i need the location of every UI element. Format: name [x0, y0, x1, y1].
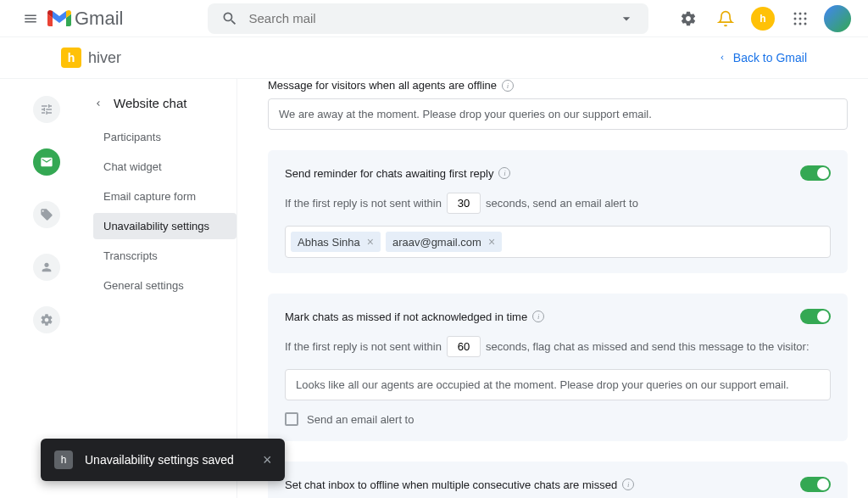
chip-remove[interactable]: × — [367, 235, 374, 249]
rail-item-tune[interactable] — [33, 96, 60, 123]
sidebar-item-transcripts[interactable]: Transcripts — [93, 243, 236, 269]
avatar — [824, 5, 851, 32]
apps-grid-icon — [793, 11, 808, 26]
sidebar-title: Website chat — [114, 96, 186, 110]
notifications-button[interactable] — [709, 2, 743, 36]
missed-email-alert-label: Send an email alert to — [307, 413, 414, 426]
svg-point-2 — [804, 12, 807, 14]
offline-auto-title: Set chat inbox to offline when multiple … — [285, 478, 617, 491]
sidebar-item-chat-widget[interactable]: Chat widget — [93, 154, 236, 180]
search-options-icon[interactable] — [618, 10, 635, 27]
info-icon[interactable]: i — [532, 311, 544, 322]
offline-auto-card: Set chat inbox to offline when multiple … — [268, 462, 848, 498]
bell-icon — [717, 10, 734, 27]
mail-icon — [40, 155, 53, 169]
gear-icon — [40, 313, 53, 327]
reminder-card: Send reminder for chats awaiting first r… — [268, 150, 848, 273]
info-icon[interactable]: i — [498, 167, 510, 179]
toast: h Unavailability settings saved × — [41, 439, 285, 481]
svg-point-8 — [804, 22, 807, 25]
hiver-header-badge[interactable]: h — [746, 2, 780, 36]
content: Message for visitors when all agents are… — [237, 79, 868, 498]
gear-icon — [680, 10, 697, 27]
info-icon[interactable]: i — [622, 478, 634, 490]
rail-item-settings[interactable] — [33, 306, 60, 333]
apps-button[interactable] — [783, 2, 817, 36]
reminder-title: Send reminder for chats awaiting first r… — [285, 167, 493, 180]
missed-card: Mark chats as missed if not acknowledged… — [268, 294, 848, 441]
sliders-icon — [40, 103, 53, 116]
gmail-m-icon — [47, 9, 71, 28]
offline-auto-toggle[interactable] — [800, 477, 831, 492]
sidebar-item-email-capture[interactable]: Email capture form — [93, 183, 236, 210]
sidebar: Website chat Participants Chat widget Em… — [93, 79, 237, 498]
toast-close-button[interactable]: × — [263, 451, 272, 469]
hiver-logo[interactable]: h hiver — [61, 48, 121, 68]
info-icon[interactable]: i — [502, 80, 514, 92]
recipient-chip: Abhas Sinha × — [291, 232, 381, 252]
hiver-badge-icon: h — [751, 7, 775, 31]
chevron-left-icon — [718, 53, 726, 62]
chip-remove[interactable]: × — [488, 235, 495, 249]
recipient-chip: araav@gmail.com × — [386, 232, 502, 252]
missed-seconds-input[interactable] — [447, 336, 481, 357]
missed-email-alert-checkbox[interactable] — [285, 412, 298, 426]
hiver-toast-icon: h — [54, 450, 73, 469]
reminder-seconds-input[interactable] — [447, 193, 481, 214]
account-button[interactable] — [821, 2, 854, 36]
icon-rail — [0, 79, 93, 498]
search-icon — [221, 10, 238, 27]
back-to-gmail-link[interactable]: Back to Gmail — [718, 51, 807, 64]
hamburger-icon — [23, 11, 38, 26]
main-menu-button[interactable] — [14, 2, 47, 36]
svg-point-0 — [794, 12, 797, 14]
sidebar-item-unavailability[interactable]: Unavailability settings — [93, 213, 236, 239]
sidebar-item-general[interactable]: General settings — [93, 272, 236, 299]
svg-point-6 — [794, 22, 797, 25]
offline-message-input[interactable] — [268, 98, 848, 130]
svg-point-5 — [804, 17, 807, 20]
gmail-header: Gmail h — [0, 0, 868, 37]
rail-item-user[interactable] — [33, 254, 60, 281]
svg-point-1 — [799, 12, 802, 14]
missed-message-input[interactable] — [285, 369, 831, 400]
missed-title: Mark chats as missed if not acknowledged… — [285, 311, 527, 323]
reminder-recipients[interactable]: Abhas Sinha × araav@gmail.com × — [285, 226, 831, 258]
search-input[interactable] — [248, 11, 618, 25]
sidebar-item-participants[interactable]: Participants — [93, 124, 236, 150]
gmail-text: Gmail — [75, 8, 123, 30]
hiver-logo-icon: h — [61, 48, 81, 68]
rail-item-tag[interactable] — [33, 201, 60, 228]
toast-message: Unavailability settings saved — [85, 453, 234, 467]
gmail-logo[interactable]: Gmail — [47, 8, 123, 30]
missed-toggle[interactable] — [800, 309, 831, 324]
svg-point-4 — [799, 17, 802, 20]
tag-icon — [40, 208, 53, 221]
back-link-label: Back to Gmail — [733, 51, 807, 64]
hiver-bar: h hiver Back to Gmail — [0, 37, 868, 79]
rail-item-inbox[interactable] — [33, 148, 60, 176]
person-icon — [40, 260, 53, 274]
reminder-toggle[interactable] — [800, 165, 831, 181]
offline-message-label: Message for visitors when all agents are… — [268, 79, 848, 92]
search-bar[interactable] — [208, 3, 648, 34]
hiver-logo-text: hiver — [88, 49, 121, 67]
settings-button[interactable] — [671, 2, 705, 36]
svg-point-7 — [799, 22, 802, 25]
svg-point-3 — [794, 17, 797, 20]
chevron-left-icon[interactable] — [93, 98, 103, 109]
